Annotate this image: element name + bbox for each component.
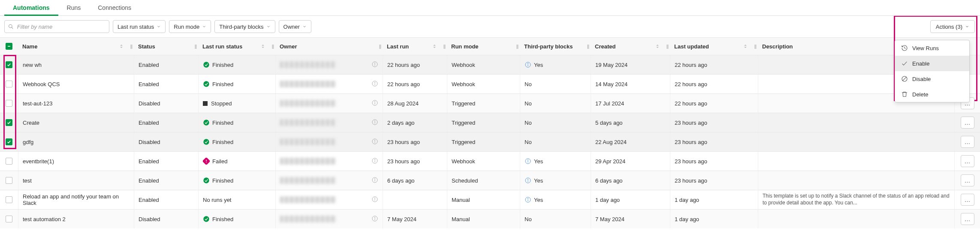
row-menu-button[interactable]: … <box>961 155 974 167</box>
chevron-down-icon <box>266 24 271 29</box>
sort-icon <box>654 43 660 49</box>
tab-connections[interactable]: Connections <box>89 0 140 15</box>
cell-created: 22 Aug 2024 <box>591 132 670 151</box>
row-menu-button[interactable]: … <box>961 174 974 186</box>
table-row[interactable]: Webhook QCSEnabledFinished22 hours agoWe… <box>0 74 980 93</box>
col-header-name[interactable]: Name || <box>18 38 134 55</box>
column-resize-handle[interactable]: || <box>587 44 589 49</box>
table-row[interactable]: Reload an app and notify your team on Sl… <box>0 190 980 209</box>
cell-status: Enabled <box>134 152 198 171</box>
actions-button[interactable]: Actions (3) <box>930 20 975 33</box>
row-menu-button[interactable]: … <box>961 117 974 129</box>
cell-name[interactable]: Create <box>18 113 134 132</box>
cell-name[interactable]: test automation 2 <box>18 210 134 228</box>
cell-last-run: 22 hours ago <box>383 75 447 93</box>
cell-name[interactable]: Reload an app and notify your team on Sl… <box>18 190 134 209</box>
action-view-runs[interactable]: View Runs <box>895 40 969 56</box>
cell-status: Enabled <box>134 171 198 190</box>
table-row[interactable]: testEnabledFinished6 days agoScheduledYe… <box>0 171 980 190</box>
cell-last-run <box>383 190 447 209</box>
column-resize-handle[interactable]: || <box>666 44 668 49</box>
owner-redacted <box>280 61 336 68</box>
row-checkbox[interactable] <box>6 196 12 203</box>
cell-name[interactable]: new wh <box>18 55 134 74</box>
cell-name[interactable]: test-aut-123 <box>18 94 134 113</box>
info-icon[interactable] <box>525 158 531 165</box>
row-checkbox[interactable] <box>6 216 12 222</box>
svg-point-52 <box>374 217 375 217</box>
column-resize-handle[interactable]: || <box>195 44 196 49</box>
warning-diamond-icon <box>203 158 210 165</box>
filter-run-mode[interactable]: Run mode <box>169 20 211 33</box>
info-icon[interactable] <box>525 196 531 203</box>
cell-name[interactable]: eventbrite(1) <box>18 152 134 171</box>
owner-info-icon[interactable] <box>371 119 378 127</box>
row-menu-button[interactable]: … <box>961 213 974 225</box>
owner-info-icon[interactable] <box>371 157 378 165</box>
owner-info-icon[interactable] <box>371 99 378 108</box>
row-checkbox[interactable] <box>6 119 12 126</box>
info-icon[interactable] <box>525 177 531 184</box>
table-row[interactable]: gdfgDisabledFinished23 hours agoTriggere… <box>0 132 980 151</box>
search-input[interactable] <box>16 23 106 30</box>
col-header-status[interactable]: Status || <box>134 38 198 55</box>
table-row[interactable]: eventbrite(1)EnabledFailed23 hours agoWe… <box>0 151 980 171</box>
cell-name[interactable]: test <box>18 171 134 190</box>
action-disable[interactable]: Disable <box>895 71 969 87</box>
row-checkbox[interactable] <box>6 61 12 68</box>
action-delete[interactable]: Delete <box>895 87 969 102</box>
row-checkbox[interactable] <box>6 138 12 145</box>
svg-point-12 <box>203 81 209 87</box>
col-header-run-mode[interactable]: Run mode || <box>447 38 520 55</box>
col-header-third-party-blocks[interactable]: Third-party blocks || <box>520 38 591 55</box>
owner-info-icon[interactable] <box>371 80 378 88</box>
owner-info-icon[interactable] <box>371 196 378 204</box>
col-header-last-updated[interactable]: Last updated || <box>670 38 758 55</box>
row-menu-button[interactable]: … <box>961 194 974 206</box>
col-header-created[interactable]: Created || <box>591 38 670 55</box>
owner-info-icon[interactable] <box>371 138 378 146</box>
action-enable[interactable]: Enable <box>895 56 969 71</box>
col-header-owner[interactable]: Owner || <box>275 38 383 55</box>
cell-last-updated: 22 hours ago <box>670 94 758 113</box>
info-icon[interactable] <box>525 61 531 68</box>
filter-third-party-blocks[interactable]: Third-party blocks <box>214 20 275 33</box>
column-resize-handle[interactable]: || <box>379 44 381 49</box>
row-checkbox[interactable] <box>6 81 12 87</box>
tab-runs[interactable]: Runs <box>58 0 90 15</box>
cell-name[interactable]: gdfg <box>18 132 134 151</box>
col-header-last-run[interactable]: Last run || <box>383 38 447 55</box>
column-resize-handle[interactable]: || <box>443 44 445 49</box>
cell-created: 5 days ago <box>591 113 670 132</box>
tab-automations[interactable]: Automations <box>4 0 58 15</box>
table-row[interactable]: CreateEnabledFinished2 days agoTriggered… <box>0 113 980 132</box>
owner-info-icon[interactable] <box>371 215 378 223</box>
cell-status: Enabled <box>134 190 198 209</box>
filter-owner[interactable]: Owner <box>279 20 311 33</box>
owner-info-icon[interactable] <box>371 61 378 69</box>
cell-last-updated: 23 hours ago <box>670 152 758 171</box>
column-resize-handle[interactable]: || <box>516 44 518 49</box>
cell-created: 19 May 2024 <box>591 55 670 74</box>
column-resize-handle[interactable]: || <box>130 44 132 49</box>
filter-last-run-status[interactable]: Last run status <box>113 20 166 33</box>
row-menu-button[interactable]: … <box>961 136 974 148</box>
cell-name[interactable]: Webhook QCS <box>18 75 134 93</box>
col-header-last-run-status[interactable]: Last run status || <box>198 38 275 55</box>
search-input-wrapper[interactable] <box>4 20 109 33</box>
row-checkbox[interactable] <box>6 100 12 107</box>
column-resize-handle[interactable]: || <box>272 44 274 49</box>
row-checkbox[interactable] <box>6 158 12 165</box>
table-row[interactable]: test automation 2DisabledFinished7 May 2… <box>0 209 980 228</box>
cell-last-run-status: Finished <box>198 132 275 151</box>
owner-info-icon[interactable] <box>371 177 378 185</box>
table-row[interactable]: new whEnabledFinished22 hours agoWebhook… <box>0 55 980 74</box>
table-row[interactable]: test-aut-123DisabledStopped28 Aug 2024Tr… <box>0 93 980 113</box>
row-checkbox[interactable] <box>6 177 12 184</box>
cell-owner <box>275 171 383 190</box>
cell-last-updated: 1 day ago <box>670 190 758 209</box>
owner-redacted <box>280 138 336 145</box>
select-all-checkbox[interactable] <box>6 43 12 50</box>
column-resize-handle[interactable]: || <box>754 44 756 49</box>
actions-menu: View Runs Enable Disable Delete <box>895 40 970 102</box>
